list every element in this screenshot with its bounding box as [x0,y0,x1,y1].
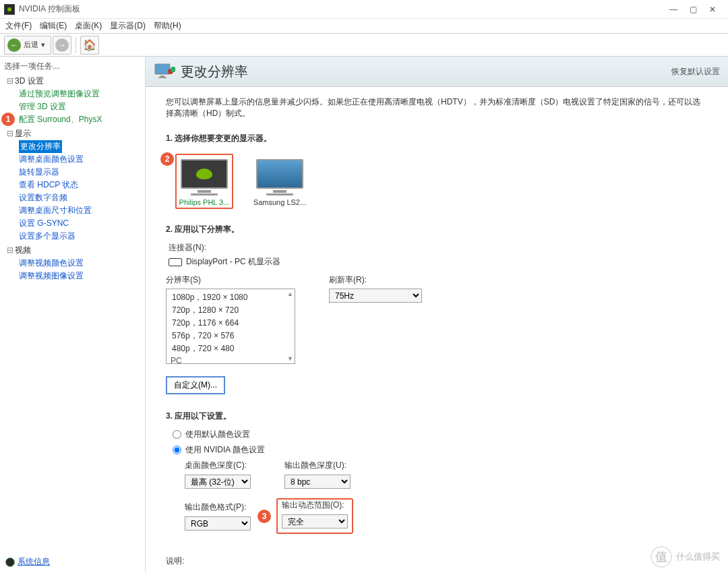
highlighted-range-box: 输出动态范围(O): 完全 [276,498,353,534]
restore-defaults-link[interactable]: 恢复默认设置 [671,66,720,78]
list-group-header: PC [171,355,291,364]
monitor-philips[interactable]: Philips PHL 3... [175,154,233,209]
tree-group-3d[interactable]: ⊟3D 设置 [1,75,144,88]
connector-row: DisplayPort - PC 机显示器 [169,256,705,268]
collapse-icon: ⊟ [7,129,13,138]
tree-desktop-size[interactable]: 调整桌面尺寸和位置 [1,204,144,217]
window-title: NVIDIA 控制面板 [19,3,669,15]
annotation-1: 1 [1,113,15,126]
tree-gsync[interactable]: 设置 G-SYNC [1,217,144,230]
home-button[interactable]: 🏠 [80,36,99,55]
collapse-icon: ⊟ [7,245,13,255]
custom-resolution-button[interactable]: 自定义(M)... [166,376,225,394]
tree-group-video[interactable]: ⊟视频 [1,244,144,257]
resolution-label: 分辨率(S) [166,274,295,286]
refresh-rate-select[interactable]: 75Hz [329,289,422,303]
title-bar: NVIDIA 控制面板 — ▢ ✕ [0,0,728,19]
monitor-header-icon [154,62,175,81]
output-range-select[interactable]: 完全 [282,514,348,529]
list-item[interactable]: 720p，1280 × 720 [171,304,291,317]
tree-multiple-displays[interactable]: 设置多个显示器 [1,230,144,243]
tree-video-image[interactable]: 调整视频图像设置 [1,270,144,282]
connector-value: DisplayPort - PC 机显示器 [186,256,280,268]
info-icon [5,557,15,567]
step2-title: 2. 应用以下分辨率。 [166,224,708,235]
output-depth-select[interactable]: 8 bpc [284,475,351,489]
monitor-screen-icon [181,159,228,189]
connector-label: 连接器(N): [169,242,705,253]
svg-rect-3 [158,77,166,78]
sidebar-footer: 系统信息 [5,556,50,568]
nav-tree: 1 ⊟3D 设置 通过预览调整图像设置 管理 3D 设置 配置 Surround… [1,75,144,282]
output-format-label: 输出颜色格式(P): [185,502,251,513]
desktop-depth-select[interactable]: 最高 (32-位) [185,475,251,489]
dropdown-icon: ▾ [41,40,45,49]
svg-rect-2 [160,76,164,77]
monitor-list: 2 Philips PHL 3... Samsung LS2... [166,151,708,216]
tree-surround-physx[interactable]: 配置 Surround、PhysX [1,113,144,126]
window-controls: — ▢ ✕ [669,5,724,14]
annotation-2: 2 [160,152,174,166]
page-header: 更改分辨率 恢复默认设置 [146,57,728,87]
home-icon: 🏠 [83,38,96,51]
radio-default-colors[interactable]: 使用默认颜色设置 [173,429,701,440]
step1-title: 1. 选择你想要变更的显示器。 [166,133,708,144]
output-format-select[interactable]: RGB [185,516,251,531]
minimize-button[interactable]: — [669,5,677,14]
watermark: 值 什么值得买 [650,546,720,568]
intro-text: 您可以调整屏幕上显示的信息量并减少闪烁。如果您正在使用高清晰度电视（HDTV），… [146,87,728,129]
desktop-depth-label: 桌面颜色深度(C): [185,460,251,471]
system-info-link[interactable]: 系统信息 [18,556,50,568]
app-icon [4,4,15,15]
list-item[interactable]: 480p，720 × 480 [171,342,291,355]
scroll-up-icon[interactable]: ▲ [287,291,293,297]
monitor-screen-icon [256,159,303,189]
monitor-samsung[interactable]: Samsung LS2... [251,154,309,209]
close-button[interactable]: ✕ [709,5,716,14]
back-arrow-icon: ← [7,38,21,52]
svg-rect-1 [155,64,170,74]
sidebar: 选择一项任务... 1 ⊟3D 设置 通过预览调整图像设置 管理 3D 设置 配… [0,57,146,573]
refresh-label: 刷新率(R): [329,274,422,286]
description-title: 说明: [166,555,708,567]
collapse-icon: ⊟ [7,76,13,86]
resolution-listbox[interactable]: ▲ ▼ 1080p，1920 × 1080 720p，1280 × 720 72… [166,289,295,364]
list-item[interactable]: 576p，720 × 576 [171,330,291,342]
tree-digital-audio[interactable]: 设置数字音频 [1,191,144,204]
svg-point-0 [7,7,11,11]
scroll-down-icon[interactable]: ▼ [287,355,293,362]
displayport-icon [169,258,182,266]
list-item[interactable]: 1080p，1920 × 1080 [171,291,291,304]
menu-bar: 文件(F) 编辑(E) 桌面(K) 显示器(D) 帮助(H) [0,19,728,34]
menu-edit[interactable]: 编辑(E) [37,19,69,33]
content: 更改分辨率 恢复默认设置 您可以调整屏幕上显示的信息量并减少闪烁。如果您正在使用… [146,57,728,573]
step3-title: 3. 应用以下设置。 [166,411,708,422]
radio-nvidia-colors[interactable]: 使用 NVIDIA 颜色设置 [173,444,701,456]
menu-desktop[interactable]: 桌面(K) [72,19,104,33]
forward-button[interactable]: → [53,36,71,55]
forward-arrow-icon: → [55,38,69,52]
output-range-label: 输出动态范围(O): [282,500,348,511]
tree-group-display[interactable]: ⊟显示 [1,127,144,140]
tree-hdcp-status[interactable]: 查看 HDCP 状态 [1,179,144,191]
annotation-3: 3 [257,510,271,523]
tree-manage-3d[interactable]: 管理 3D 设置 [1,100,144,113]
separator [75,37,76,53]
page-title: 更改分辨率 [181,63,666,81]
menu-display[interactable]: 显示器(D) [107,19,148,33]
menu-help[interactable]: 帮助(H) [151,19,184,33]
tree-rotate-display[interactable]: 旋转显示器 [1,166,144,179]
tree-adjust-color[interactable]: 调整桌面颜色设置 [1,153,144,166]
watermark-icon: 值 [650,546,672,568]
sidebar-title: 选择一项任务... [1,59,144,73]
list-item[interactable]: 720p，1176 × 664 [171,317,291,330]
toolbar: ← 后退 ▾ → 🏠 [0,34,728,57]
tree-change-resolution[interactable]: 更改分辨率 [19,140,62,153]
maximize-button[interactable]: ▢ [690,5,697,14]
back-button[interactable]: ← 后退 ▾ [4,36,51,55]
output-depth-label: 输出颜色深度(U): [284,460,351,471]
tree-preview-image[interactable]: 通过预览调整图像设置 [1,88,144,100]
menu-file[interactable]: 文件(F) [3,19,34,33]
tree-video-color[interactable]: 调整视频颜色设置 [1,257,144,270]
